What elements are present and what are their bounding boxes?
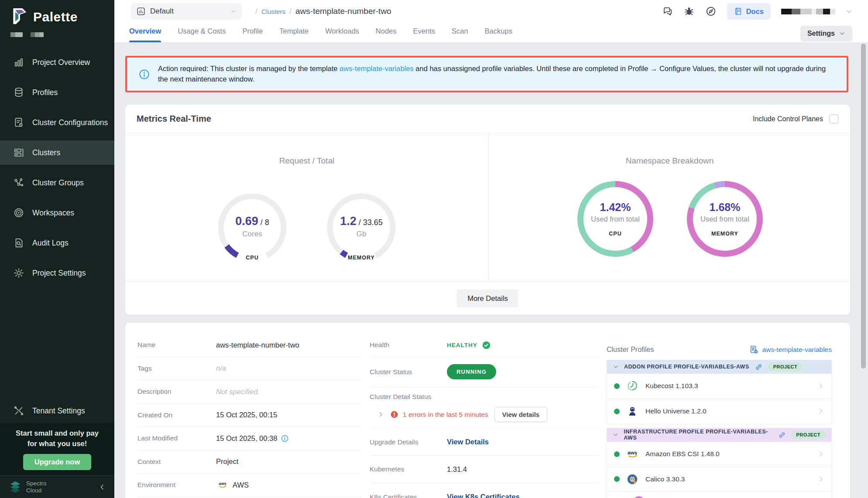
tab-bar: OverviewUsage & CostsProfileTemplateWork… — [129, 27, 512, 42]
sidebar: Palette Project OverviewProfilesCluster … — [0, 0, 114, 498]
gauge-unit: Gb — [324, 230, 399, 239]
info-value: Project — [216, 457, 238, 466]
tab-profile[interactable]: Profile — [242, 27, 263, 42]
sidebar-item-audit-logs[interactable]: Audit Logs — [0, 231, 114, 255]
tools-icon — [13, 405, 24, 416]
donut-memory: 1.68%Used from totalMEMORY — [687, 181, 763, 257]
alert-text: Action required: This cluster is managed… — [158, 64, 835, 85]
donut-cpu: 1.42%Used from totalCPU — [577, 181, 653, 257]
tab-workloads[interactable]: Workloads — [325, 27, 359, 42]
request-total-panel: Request / Total 0.69 / 8CoresCPU1.2 / 33… — [125, 133, 489, 281]
donut-percentage: 1.68% — [710, 201, 741, 214]
sidebar-item-cluster-groups[interactable]: Cluster Groups — [0, 171, 114, 195]
project-selector[interactable]: Default — [131, 3, 242, 20]
gauge-label: MEMORY — [324, 255, 399, 261]
compass-icon[interactable] — [705, 6, 717, 17]
tab-template[interactable]: Template — [279, 27, 309, 42]
sidebar-item-profiles[interactable]: Profiles — [0, 80, 114, 105]
profile-group-body: Kubecost 1.103.3Hello Universe 1.2.0 — [607, 374, 832, 424]
info-value: 15 Oct 2025, 00:15 — [216, 411, 277, 419]
scrollbar[interactable] — [861, 44, 866, 368]
status-dot — [614, 476, 620, 482]
view-k8s-certificates-link[interactable]: View K8s Certificates — [447, 493, 520, 498]
donut-center: 1.68%Used from totalMEMORY — [693, 187, 757, 251]
more-details-button[interactable]: More Details — [457, 290, 518, 307]
gauge-memory: 1.2 / 33.65GbMEMORY — [324, 190, 399, 265]
chat-icon[interactable] — [662, 6, 673, 17]
sidebar-item-project-settings[interactable]: Project Settings — [0, 261, 114, 285]
breadcrumb: / Clusters / aws-template-number-two — [251, 7, 391, 16]
profile-item-kubecost-1-103-3[interactable]: Kubecost 1.103.3 — [607, 374, 831, 399]
audit-logs-icon — [13, 237, 24, 249]
tab-scan[interactable]: Scan — [452, 27, 468, 42]
breadcrumb-current: aws-template-number-two — [295, 7, 391, 16]
bug-report-icon[interactable] — [683, 6, 695, 17]
running-badge: RUNNING — [447, 364, 496, 379]
sidebar-item-clusters[interactable]: Clusters — [0, 140, 114, 165]
tab-usage-costs[interactable]: Usage & Costs — [178, 27, 226, 42]
chevron-down-icon[interactable] — [613, 364, 619, 370]
account-chevron-down-icon[interactable] — [846, 8, 852, 15]
chevron-down-icon[interactable] — [613, 432, 618, 438]
cluster-configurations-icon — [13, 117, 24, 128]
svg-text:aws: aws — [628, 450, 637, 455]
expand-chevron-icon[interactable] — [377, 411, 384, 418]
k8s-certificates-label: K8s Certificates — [370, 493, 447, 498]
donut-caption: Used from total — [591, 215, 640, 223]
upgrade-view-details-link[interactable]: View Details — [447, 438, 489, 446]
breadcrumb-clusters-link[interactable]: Clusters — [261, 8, 285, 15]
svg-text:aws: aws — [219, 482, 226, 486]
info-label: Environment — [137, 481, 216, 489]
status-dot — [614, 383, 620, 389]
sidebar-item-label: Project Settings — [32, 269, 86, 278]
brand: Palette — [0, 0, 114, 27]
tab-overview[interactable]: Overview — [129, 27, 161, 42]
upgrade-now-button[interactable]: Upgrade now — [23, 454, 92, 470]
palette-logo-icon — [10, 7, 28, 27]
profile-item-amazon-ebs-csi-1-48-0[interactable]: awsAmazon EBS CSI 1.48.0 — [607, 442, 831, 467]
sidebar-item-cluster-configurations[interactable]: Cluster Configurations — [0, 110, 114, 135]
tab-backups[interactable]: Backups — [485, 27, 512, 42]
cluster-profiles-title: Cluster Profiles — [607, 346, 654, 354]
profile-item-calico-3-30-3[interactable]: Calico 3.30.3 — [607, 467, 831, 492]
include-control-planes-checkbox[interactable] — [829, 114, 839, 124]
aws-logo-icon: aws — [626, 448, 638, 460]
profile-group-header-infrastructure-profile-profile-variables-aws[interactable]: INFRASTRUCTURE PROFILE PROFILE-VARIABLES… — [607, 428, 832, 442]
settings-button[interactable]: Settings — [800, 26, 852, 41]
clusters-icon — [13, 147, 24, 158]
profile-group-name: INFRASTRUCTURE PROFILE PROFILE-VARIABLES… — [624, 429, 772, 441]
sidebar-item-label: Cluster Configurations — [32, 118, 108, 127]
cluster-detail-status-label: Cluster Detail Status — [370, 393, 600, 401]
profile-item-hello-universe-1-2-0[interactable]: Hello Universe 1.2.0 — [607, 399, 831, 424]
sidebar-item-workspaces[interactable]: Workspaces — [0, 201, 114, 225]
profile-item-partial[interactable] — [607, 492, 831, 498]
gauge-center: 1.2 / 33.65Gb — [324, 215, 399, 239]
docs-button[interactable]: Docs — [727, 3, 771, 20]
profile-group-header-addon-profile-profile-variables-aws[interactable]: ADDON PROFILE PROFILE-VARIABLES-AWSPROJE… — [607, 360, 832, 374]
profile-item-name: Hello Universe 1.2.0 — [645, 407, 707, 415]
info-icon — [138, 68, 150, 80]
metrics-card: Metrics Real-Time Include Control Planes… — [125, 105, 850, 315]
profile-item-name: Calico 3.30.3 — [645, 475, 685, 483]
upsell-line2: for what you use! — [27, 440, 87, 447]
tab-events[interactable]: Events — [413, 27, 435, 42]
sidebar-collapse-icon[interactable] — [99, 484, 106, 491]
info-icon[interactable] — [281, 434, 289, 443]
sidebar-footer: SpectroCloud — [0, 475, 114, 498]
redacted-user-name — [781, 9, 835, 14]
info-label: Created On — [137, 411, 216, 419]
sidebar-item-label: Cluster Groups — [32, 178, 84, 188]
sidebar-item-label: Workspaces — [32, 208, 74, 218]
details-card: Nameaws-template-number-twoTagsn/aDescri… — [125, 323, 850, 498]
upgrade-details-label: Upgrade Details — [370, 438, 447, 446]
template-profile-link[interactable]: aws-template-variables — [749, 345, 832, 355]
tab-nodes[interactable]: Nodes — [376, 27, 397, 42]
info-value: aws-template-number-two — [216, 341, 299, 349]
info-row-created-on: Created On15 Oct 2025, 00:15 — [137, 404, 361, 427]
status-dot — [614, 409, 620, 414]
sidebar-item-tenant-settings[interactable]: Tenant Settings — [0, 399, 114, 423]
sidebar-item-project-overview[interactable]: Project Overview — [0, 50, 114, 75]
view-details-button[interactable]: View details — [494, 407, 548, 422]
partial-profile-icon — [633, 496, 645, 498]
alert-template-link[interactable]: aws-template-variables — [340, 65, 414, 72]
